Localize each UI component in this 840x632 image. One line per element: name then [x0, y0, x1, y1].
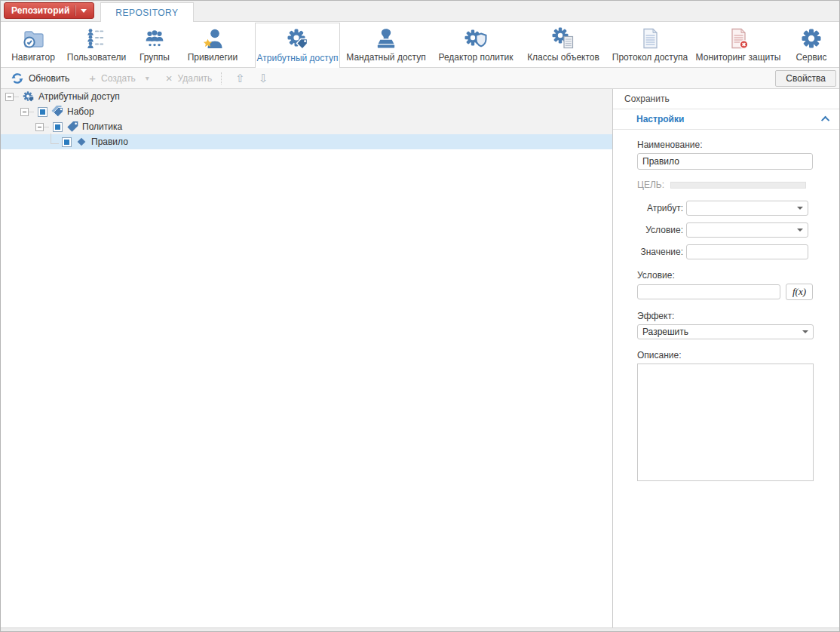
- repository-menu-button[interactable]: Репозиторий: [4, 2, 94, 19]
- dropdown-arrow-icon[interactable]: [802, 330, 808, 333]
- tab-groups-label: Группы: [139, 52, 170, 63]
- properties-button[interactable]: Свойства: [775, 70, 836, 87]
- checkbox[interactable]: [53, 122, 63, 132]
- gear-tag-icon: [23, 91, 35, 103]
- create-button[interactable]: + Создать ▾: [84, 71, 153, 86]
- condition-combo-label: Условие:: [637, 225, 683, 235]
- delete-button[interactable]: × Удалить: [161, 71, 217, 86]
- function-editor-button[interactable]: f(x): [786, 284, 813, 300]
- value-label: Значение:: [637, 247, 683, 257]
- module-ribbon: Навигатор Пользователи: [1, 22, 839, 68]
- mandatory-access-icon: [374, 26, 398, 51]
- tree-connector: [14, 97, 19, 97]
- tree-row-attribute-access[interactable]: Атрибутный доступ: [1, 89, 612, 104]
- dropdown-arrow-icon[interactable]: [797, 229, 803, 232]
- tree-item-label: Правило: [91, 137, 128, 147]
- create-label: Создать: [101, 73, 136, 84]
- tab-policy-editor[interactable]: Редактор политик: [433, 23, 519, 67]
- collapse-minus-icon[interactable]: [20, 108, 29, 116]
- effect-block: Эффект: Разрешить: [637, 311, 839, 339]
- tab-service[interactable]: Сервис: [786, 23, 836, 67]
- tab-mandatory-access[interactable]: Мандатный доступ: [342, 23, 431, 67]
- settings-section-header[interactable]: Настройки: [613, 109, 839, 130]
- tab-navigator[interactable]: Навигатор: [4, 23, 63, 67]
- tab-privileges[interactable]: Привилегии: [180, 23, 245, 67]
- status-bar: [1, 627, 839, 631]
- dropdown-arrow-icon[interactable]: [797, 207, 803, 210]
- tab-object-classes[interactable]: Классы объектов: [521, 23, 605, 67]
- button-divider: [75, 5, 75, 16]
- tab-security-monitoring-label: Мониторинг защиты: [696, 52, 781, 63]
- tab-access-log-label: Протокол доступа: [612, 52, 688, 63]
- tree-row-nabor[interactable]: Набор: [1, 104, 612, 119]
- save-button[interactable]: Сохранить: [613, 89, 839, 109]
- main-content: Атрибутный доступ Набор: [1, 89, 839, 627]
- x-icon: ×: [166, 74, 173, 83]
- properties-panel: Сохранить Настройки Наименование: ЦЕЛЬ: …: [613, 89, 839, 627]
- refresh-button[interactable]: Обновить: [7, 70, 74, 87]
- effect-select[interactable]: Разрешить: [637, 324, 814, 339]
- name-label: Наименование:: [637, 140, 839, 150]
- target-divider: ЦЕЛЬ:: [637, 179, 839, 190]
- tab-access-log[interactable]: Протокол доступа: [608, 23, 692, 67]
- tab-service-label: Сервис: [796, 52, 826, 63]
- tab-attribute-access-label: Атрибутный доступ: [257, 53, 339, 63]
- repository-menu-label: Репозиторий: [11, 5, 69, 16]
- name-input[interactable]: [637, 153, 813, 170]
- tree-row-pravilo[interactable]: Правило: [1, 134, 612, 149]
- rule-form: Наименование: ЦЕЛЬ: Атрибут: Условие:: [613, 130, 839, 483]
- value-input[interactable]: [686, 244, 808, 259]
- move-down-button[interactable]: ⇩: [259, 72, 268, 85]
- condition-expression-block: Условие: f(x): [637, 270, 839, 300]
- attribute-label: Атрибут:: [637, 203, 683, 213]
- condition-combo-row: Условие:: [637, 222, 839, 238]
- create-menu-caret-icon[interactable]: ▾: [146, 74, 149, 82]
- plus-icon: +: [89, 74, 96, 83]
- tab-navigator-label: Навигатор: [11, 52, 55, 63]
- description-label: Описание:: [637, 350, 839, 360]
- service-icon: [799, 26, 823, 51]
- chevron-up-icon[interactable]: [821, 116, 829, 124]
- tab-repository[interactable]: REPOSITORY: [100, 2, 193, 22]
- tab-policy-editor-label: Редактор политик: [438, 52, 513, 63]
- checkbox[interactable]: [62, 137, 72, 147]
- collapse-minus-icon[interactable]: [35, 123, 44, 131]
- condition-select[interactable]: [686, 222, 808, 238]
- policy-editor-icon: [464, 26, 488, 51]
- move-up-button[interactable]: ⇧: [235, 72, 245, 85]
- users-list-icon: [84, 26, 109, 51]
- application-window: Репозиторий REPOSITORY Навигатор: [0, 0, 840, 632]
- tree-row-politika[interactable]: Политика: [1, 119, 612, 134]
- tab-object-classes-label: Классы объектов: [527, 52, 599, 63]
- access-log-icon: [638, 26, 662, 51]
- object-classes-icon: [551, 26, 575, 51]
- tree-item-label: Политика: [82, 121, 122, 132]
- tab-users-label: Пользователи: [67, 52, 126, 63]
- diamond-icon: [75, 136, 87, 148]
- tab-groups[interactable]: Группы: [132, 23, 177, 67]
- condition-input[interactable]: [637, 284, 780, 299]
- tree-connector: [44, 127, 49, 127]
- target-divider-bar: [670, 182, 806, 189]
- tags-icon: [51, 106, 63, 118]
- title-tab-strip: Репозиторий REPOSITORY: [1, 1, 839, 22]
- tree-connector: [29, 112, 34, 112]
- delete-label: Удалить: [178, 73, 213, 84]
- access-tree-panel: Атрибутный доступ Набор: [1, 89, 613, 627]
- target-label: ЦЕЛЬ:: [637, 179, 664, 190]
- settings-section-title: Настройки: [636, 114, 684, 124]
- navigator-icon: [20, 26, 46, 51]
- tab-security-monitoring[interactable]: Мониторинг защиты: [693, 23, 783, 67]
- checkbox[interactable]: [38, 107, 48, 117]
- tree-item-label: Атрибутный доступ: [38, 91, 120, 102]
- tab-users[interactable]: Пользователи: [64, 23, 129, 67]
- tab-mandatory-access-label: Мандатный доступ: [346, 52, 425, 63]
- collapse-minus-icon[interactable]: [5, 93, 14, 101]
- tree-elbow-connector: [51, 133, 59, 144]
- tab-attribute-access[interactable]: Атрибутный доступ: [255, 23, 340, 68]
- description-textarea[interactable]: [637, 364, 814, 481]
- attribute-select[interactable]: [686, 201, 808, 216]
- security-monitoring-icon: [726, 26, 750, 51]
- value-row: Значение:: [637, 244, 839, 259]
- tag-icon: [66, 121, 78, 133]
